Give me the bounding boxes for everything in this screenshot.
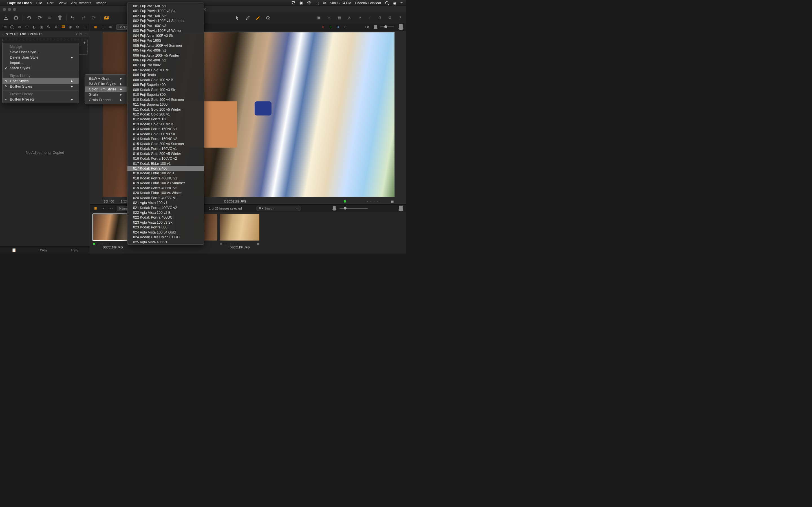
crop-tab-icon[interactable]: ▣ xyxy=(39,25,44,29)
spotlight-icon[interactable] xyxy=(385,1,389,5)
siri-icon[interactable]: ◉ xyxy=(393,1,396,5)
adjustments-tab-icon[interactable]: ▤ xyxy=(61,25,65,29)
style-item[interactable]: 024 Kodak Ultra Color 100UC xyxy=(128,235,204,240)
submenu-grain-presets[interactable]: Grain Presets▶ xyxy=(85,97,126,103)
filmstrip-view-icon[interactable]: ▭ xyxy=(108,25,113,29)
color-tag[interactable] xyxy=(344,200,346,203)
style-item[interactable]: 001 Fuji Pro 160C v1 xyxy=(128,4,204,9)
wifi-icon[interactable] xyxy=(307,1,312,5)
gear-icon[interactable]: ⚙ xyxy=(388,15,393,20)
minimize-button[interactable] xyxy=(8,8,11,11)
redo-icon[interactable] xyxy=(81,15,86,20)
undo-icon[interactable] xyxy=(70,15,75,20)
style-item[interactable]: 013 Kodak Portra 160NC v1 xyxy=(128,127,204,131)
lens-tab-icon[interactable]: ⊛ xyxy=(17,25,22,29)
menu-image[interactable]: Image xyxy=(96,1,107,5)
style-item[interactable]: 007 Fuji Pro 800Z xyxy=(128,63,204,68)
warning-icon[interactable]: ⚠ xyxy=(326,15,332,20)
color-tab-icon[interactable]: ⬠ xyxy=(24,25,29,29)
cm-builtin-presets[interactable]: ≡Built-in Presets▶ xyxy=(3,97,79,102)
thumb-size-slider[interactable] xyxy=(340,208,368,209)
capture-icon[interactable] xyxy=(13,15,18,20)
eraser-icon[interactable] xyxy=(265,15,270,20)
style-item[interactable]: 022 Agfa Vista 100 v2 B xyxy=(128,210,204,215)
section-controls[interactable]: ? ⟳ ⋯ xyxy=(75,33,88,36)
submenu-color-film[interactable]: Color Film Styles▶ xyxy=(85,87,126,92)
close-button[interactable] xyxy=(3,8,6,11)
thumb-large-icon[interactable] xyxy=(398,205,404,211)
style-item[interactable]: 005 Fuji Astia 100F v4 Summer xyxy=(128,43,204,48)
cm-user-styles[interactable]: ✎User Styles▶ xyxy=(3,78,79,83)
menu-adjustments[interactable]: Adjustments xyxy=(71,1,91,5)
variants-icon[interactable] xyxy=(104,15,109,20)
browser-list-icon[interactable]: ≡ xyxy=(101,207,106,210)
grid-icon[interactable]: ▦ xyxy=(337,15,342,20)
filter-white[interactable]: 8 xyxy=(345,25,346,29)
apply-button[interactable]: Apply xyxy=(70,248,79,252)
exposure-tab-icon[interactable]: ◐ xyxy=(32,25,36,29)
grid-view-icon[interactable]: ▦ xyxy=(93,25,98,29)
submenu-bw-film[interactable]: B&W Film Styles▶ xyxy=(85,81,126,87)
avatar-icon-2[interactable] xyxy=(398,24,404,30)
single-view-icon[interactable]: ▢ xyxy=(100,25,105,29)
style-item[interactable]: 019 Kodak Ektar 100 v3 Summer xyxy=(128,181,204,186)
text-icon[interactable]: A xyxy=(347,15,352,20)
style-item[interactable]: 004 Fuji Astia 100F v3 Sk xyxy=(128,34,204,38)
clock[interactable]: Sun 12:24 PM xyxy=(330,1,351,5)
menu-icon[interactable]: ≡ xyxy=(400,1,403,5)
cm-stack-styles[interactable]: ✓Stack Styles xyxy=(3,65,79,71)
add-icon[interactable]: + xyxy=(84,40,86,45)
style-item[interactable]: 014 Kodak Gold 200 v3 Sk xyxy=(128,132,204,136)
rotate-left-icon[interactable] xyxy=(27,15,32,20)
style-item[interactable]: 015 Kodak Portra 160VC v1 xyxy=(128,147,204,151)
style-item[interactable]: 009 Kodak Gold 100 v3 Sk xyxy=(128,88,204,93)
style-item[interactable]: 019 Kodak Portra 400NC v2 xyxy=(128,186,204,191)
style-item[interactable]: 003 Fuji Provia 100F v5 Winter xyxy=(128,29,204,33)
cm-save-user-style[interactable]: Save User Style... xyxy=(3,49,79,55)
style-item[interactable]: 017 Kodak Portra 400 xyxy=(128,166,204,171)
thumb-small-icon[interactable] xyxy=(332,206,337,211)
menu-view[interactable]: View xyxy=(58,1,66,5)
rating-stars[interactable]: · · · · · xyxy=(367,200,382,203)
cm-builtin-styles[interactable]: ✎Built-in Styles▶ xyxy=(3,83,79,89)
style-item[interactable]: 022 Kodak Portra 400UC xyxy=(128,215,204,220)
cm-delete-user-style[interactable]: Delete User Style▶ xyxy=(3,55,79,60)
meta-tab-icon[interactable]: ≡ xyxy=(54,25,58,29)
submenu-bw-grain[interactable]: B&W + Grain▶ xyxy=(85,76,126,81)
style-item[interactable]: 012 Kodak Gold 200 v1 xyxy=(128,112,204,117)
style-item[interactable]: 010 Fuji Superia 800 xyxy=(128,93,204,97)
style-item[interactable]: 014 Kodak Portra 160NC v2 xyxy=(128,136,204,142)
cursor-icon[interactable] xyxy=(235,15,240,20)
submenu-grain[interactable]: Grain▶ xyxy=(85,92,126,97)
copy-button[interactable]: Copy xyxy=(40,248,47,252)
browser-film-icon[interactable]: ▭ xyxy=(109,207,114,210)
style-item[interactable]: 017 Kodak Ektar 100 v1 xyxy=(128,161,204,166)
quick-tab-icon[interactable]: ⊞ xyxy=(83,25,87,29)
style-item[interactable]: 018 Kodak Ektar 100 v2 B xyxy=(128,171,204,176)
filter-red[interactable]: 6 xyxy=(322,25,324,29)
style-item[interactable]: 016 Kodak Gold 200 v5 Winter xyxy=(128,152,204,156)
style-item[interactable]: 006 Fuji Astia 100F v5 Winter xyxy=(128,53,204,58)
menu-edit[interactable]: Edit xyxy=(47,1,53,5)
style-item[interactable]: 021 Agfa Vista 100 v1 xyxy=(128,201,204,205)
style-item[interactable]: 020 Kodak Ektar 100 v4 Winter xyxy=(128,191,204,195)
style-item[interactable]: 009 Fuji Superia 400 xyxy=(128,82,204,87)
style-item[interactable]: 023 Kodak Portra 800 xyxy=(128,225,204,230)
style-item[interactable]: 011 Fuji Superia 1600 xyxy=(128,102,204,107)
filter-blue[interactable]: 3 xyxy=(337,25,339,29)
zoom-slider[interactable] xyxy=(380,26,394,27)
trash-icon[interactable] xyxy=(57,15,62,20)
cm-import[interactable]: Import... xyxy=(3,60,79,65)
bluetooth-icon[interactable]: ⌘ xyxy=(299,1,303,5)
app-name[interactable]: Capture One 9 xyxy=(7,1,33,5)
picker-active-icon[interactable] xyxy=(255,15,260,20)
filter-green[interactable]: 9 xyxy=(329,25,331,29)
batch-tab-icon[interactable]: ⚙ xyxy=(75,25,80,29)
shield-icon[interactable]: ⛉ xyxy=(291,1,295,5)
library-tab-icon[interactable]: ▭ xyxy=(3,25,7,29)
date-icon[interactable]: ⧉ xyxy=(323,1,326,5)
style-item[interactable]: 012 Kodak Portra 160 xyxy=(128,117,204,122)
capture-tab-icon[interactable]: ◯ xyxy=(10,25,15,29)
style-item[interactable]: 010 Kodak Gold 100 v4 Summer xyxy=(128,98,204,102)
style-item[interactable]: 001 Fuji Provia 100F v3 Sk xyxy=(128,9,204,13)
